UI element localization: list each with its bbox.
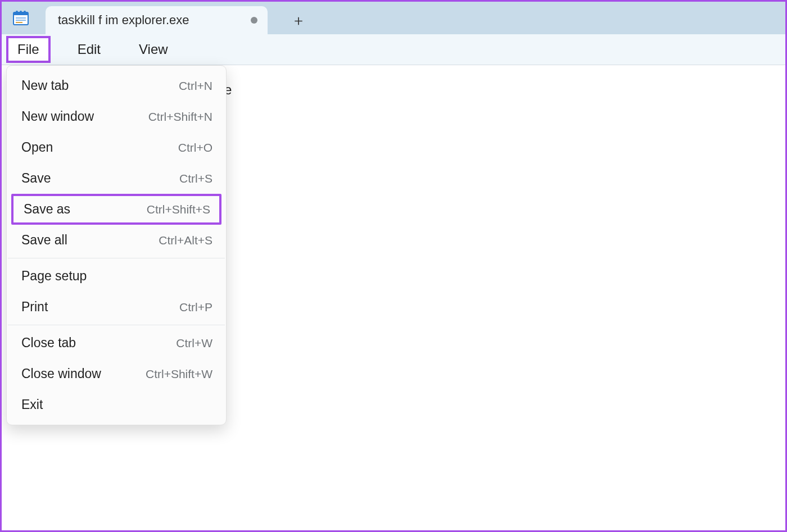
file-menu-open[interactable]: OpenCtrl+O xyxy=(7,132,226,163)
svg-point-4 xyxy=(24,11,26,13)
plus-icon: ＋ xyxy=(291,11,306,30)
menu-item-shortcut: Ctrl+Shift+N xyxy=(148,110,212,124)
file-menu-save-all[interactable]: Save allCtrl+Alt+S xyxy=(7,225,226,256)
menu-item-label: Save as xyxy=(24,202,70,217)
menu-item-shortcut: Ctrl+Alt+S xyxy=(159,234,212,247)
menu-separator xyxy=(8,325,225,325)
menu-item-shortcut: Ctrl+N xyxy=(179,79,212,93)
svg-point-3 xyxy=(20,11,22,13)
file-menu-exit[interactable]: Exit xyxy=(7,389,226,420)
file-menu-dropdown: New tabCtrl+NNew windowCtrl+Shift+NOpenC… xyxy=(6,65,227,425)
menu-item-label: Close tab xyxy=(21,335,76,351)
menu-item-shortcut: Ctrl+P xyxy=(179,301,212,314)
menu-item-label: New tab xyxy=(21,78,69,93)
tab-strip: taskkill f im explorer.exe ＋ xyxy=(2,2,785,34)
menu-separator xyxy=(8,258,225,258)
menu-edit[interactable]: Edit xyxy=(66,36,112,63)
menu-item-shortcut: Ctrl+W xyxy=(176,337,212,350)
menu-file[interactable]: File xyxy=(6,36,51,63)
file-menu-close-window[interactable]: Close windowCtrl+Shift+W xyxy=(7,358,226,389)
menu-item-label: Print xyxy=(21,299,48,315)
menu-item-shortcut: Ctrl+Shift+S xyxy=(147,203,210,216)
menu-item-label: Close window xyxy=(21,366,101,381)
menu-view[interactable]: View xyxy=(128,36,179,63)
menu-item-shortcut: Ctrl+S xyxy=(179,172,212,185)
menu-item-label: New window xyxy=(21,109,94,124)
file-menu-page-setup[interactable]: Page setup xyxy=(7,261,226,292)
tab-title: taskkill f im explorer.exe xyxy=(58,13,245,28)
file-menu-new-tab[interactable]: New tabCtrl+N xyxy=(7,70,226,101)
menu-bar: FileEditView xyxy=(2,34,785,65)
menu-item-label: Exit xyxy=(21,397,43,412)
document-tab[interactable]: taskkill f im explorer.exe xyxy=(46,6,268,34)
menu-item-shortcut: Ctrl+O xyxy=(178,141,212,154)
svg-point-2 xyxy=(16,11,18,13)
menu-item-label: Open xyxy=(21,140,53,155)
menu-item-label: Save xyxy=(21,171,51,186)
file-menu-print[interactable]: PrintCtrl+P xyxy=(7,292,226,322)
new-tab-button[interactable]: ＋ xyxy=(284,6,313,34)
file-menu-close-tab[interactable]: Close tabCtrl+W xyxy=(7,328,226,358)
menu-item-label: Page setup xyxy=(21,269,87,284)
unsaved-indicator-icon xyxy=(251,17,257,24)
menu-item-label: Save all xyxy=(21,233,67,248)
file-menu-save-as[interactable]: Save asCtrl+Shift+S xyxy=(11,194,221,225)
file-menu-save[interactable]: SaveCtrl+S xyxy=(7,163,226,194)
file-menu-new-window[interactable]: New windowCtrl+Shift+N xyxy=(7,101,226,132)
menu-item-shortcut: Ctrl+Shift+W xyxy=(146,367,212,381)
notepad-app-icon xyxy=(12,9,30,27)
